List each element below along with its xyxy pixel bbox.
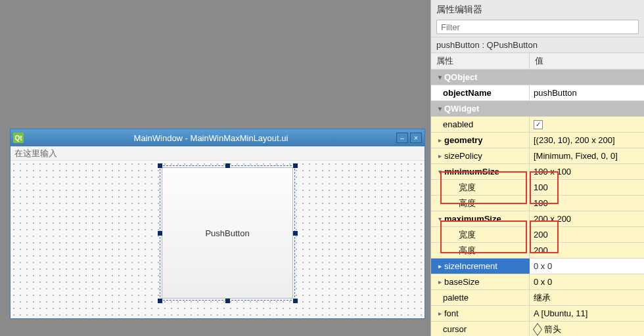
property-editor-title: 属性编辑器 bbox=[431, 0, 644, 18]
filter-input[interactable] bbox=[436, 20, 639, 34]
prop-geometry[interactable]: geometry [(230, 10), 200 x 200] bbox=[431, 132, 644, 148]
close-button[interactable]: × bbox=[410, 133, 422, 143]
menubar-hint-text: 在这里输入 bbox=[14, 148, 57, 159]
prop-maximumsize-height[interactable]: 高度 200 bbox=[431, 242, 644, 258]
prop-basesize[interactable]: baseSize 0 x 0 bbox=[431, 274, 644, 289]
chevron-right-icon bbox=[435, 152, 444, 159]
property-filter bbox=[436, 20, 639, 34]
window-titlebar[interactable]: Qt MainWindow - MainWinMaxMinLayout.ui –… bbox=[11, 129, 425, 146]
header-property: 属性 bbox=[431, 53, 530, 69]
prop-cursor[interactable]: cursor 箭头 bbox=[431, 321, 644, 336]
window-title: MainWindow - MainWinMaxMinLayout.ui bbox=[28, 133, 394, 143]
prop-maximumsize-width[interactable]: 宽度 200 bbox=[431, 226, 644, 242]
form-window: Qt MainWindow - MainWinMaxMinLayout.ui –… bbox=[10, 129, 425, 319]
resize-handle-w[interactable] bbox=[158, 231, 162, 236]
enabled-checkbox[interactable]: ✓ bbox=[534, 120, 543, 129]
chevron-right-icon bbox=[435, 278, 444, 285]
minimize-button[interactable]: – bbox=[396, 133, 408, 143]
prop-enabled[interactable]: enabled ✓ bbox=[431, 116, 644, 132]
resize-handle-s[interactable] bbox=[225, 299, 230, 303]
prop-sizepolicy[interactable]: sizePolicy [Minimum, Fixed, 0, 0] bbox=[431, 148, 644, 163]
prop-minimumsize-width[interactable]: 宽度 100 bbox=[431, 179, 644, 195]
chevron-down-icon bbox=[435, 215, 444, 222]
resize-handle-se[interactable] bbox=[293, 299, 298, 303]
chevron-right-icon bbox=[435, 262, 444, 270]
property-table[interactable]: QObject objectName pushButton QWidget en… bbox=[431, 69, 644, 336]
resize-handle-sw[interactable] bbox=[158, 299, 162, 303]
prop-font[interactable]: font A [Ubuntu, 11] bbox=[431, 305, 644, 321]
group-qwidget[interactable]: QWidget bbox=[431, 100, 644, 116]
push-button-label: PushButton bbox=[205, 228, 249, 238]
cursor-arrow-icon bbox=[533, 323, 542, 336]
resize-handle-ne[interactable] bbox=[293, 163, 298, 168]
object-class-line: pushButton : QPushButton bbox=[431, 37, 644, 52]
prop-maximumsize[interactable]: maximumSize 200 x 200 bbox=[431, 211, 644, 226]
prop-minimumsize-height[interactable]: 高度 100 bbox=[431, 195, 644, 211]
prop-palette[interactable]: palette 继承 bbox=[431, 289, 644, 305]
property-editor-panel: 属性编辑器 pushButton : QPushButton 属性 值 QObj… bbox=[430, 0, 644, 336]
prop-minimumsize[interactable]: minimumSize 100 x 100 bbox=[431, 163, 644, 179]
resize-handle-e[interactable] bbox=[293, 231, 298, 236]
form-canvas[interactable]: PushButton bbox=[11, 161, 425, 318]
resize-handle-n[interactable] bbox=[225, 163, 230, 168]
prop-objectname[interactable]: objectName pushButton bbox=[431, 85, 644, 100]
qt-icon: Qt bbox=[13, 133, 24, 143]
menubar-placeholder[interactable]: 在这里输入 bbox=[11, 146, 425, 161]
chevron-right-icon bbox=[435, 310, 444, 317]
header-value: 值 bbox=[530, 53, 644, 69]
group-qobject[interactable]: QObject bbox=[431, 69, 644, 85]
chevron-down-icon bbox=[435, 74, 444, 81]
form-designer-area: Qt MainWindow - MainWinMaxMinLayout.ui –… bbox=[0, 0, 430, 336]
chevron-down-icon bbox=[435, 105, 444, 112]
chevron-down-icon bbox=[435, 168, 444, 175]
push-button-widget[interactable]: PushButton bbox=[162, 167, 293, 299]
prop-sizeincrement[interactable]: sizeIncrement 0 x 0 bbox=[431, 258, 644, 274]
resize-handle-nw[interactable] bbox=[158, 163, 162, 168]
chevron-right-icon bbox=[435, 136, 444, 144]
property-table-header: 属性 值 bbox=[431, 52, 644, 69]
